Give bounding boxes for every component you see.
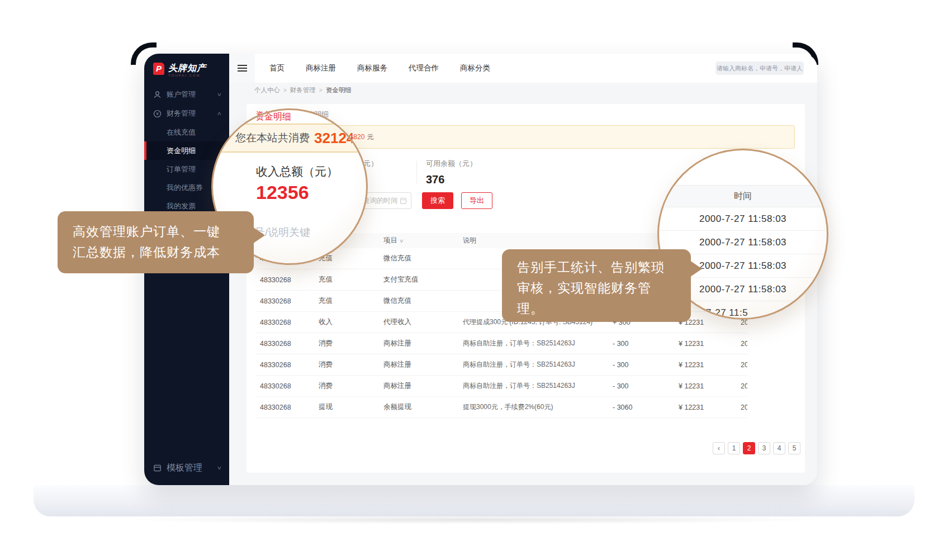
nav-tabs: 首页商标注册商标服务代理合作商标分类 <box>269 63 490 73</box>
cell-type: 充值 <box>319 275 383 284</box>
cell-time: 2000-7-27 11:58:03 <box>719 404 747 411</box>
breadcrumb-separator: > <box>283 87 287 93</box>
cell-amount: - 3060 <box>607 404 658 411</box>
sidebar-item-label: 模板管理 <box>167 462 212 474</box>
trademark-search-input[interactable]: 请输入商标名，申请号，申请人 <box>715 61 804 75</box>
cell-project: 商标注册 <box>383 339 463 348</box>
cell-project: 代理收入 <box>383 317 463 327</box>
cell-amount: - 300 <box>607 361 658 369</box>
brand-logo-icon: P <box>153 63 164 75</box>
brand-logo: P 头牌知产 TOUPAI.COM <box>144 54 229 77</box>
cell-balance: ¥ 12231 <box>658 361 719 369</box>
chevron-up-icon: ∧ <box>217 111 222 116</box>
cell-order: 48330268 <box>256 319 319 326</box>
chevron-down-icon: ∨ <box>399 238 404 244</box>
user-icon <box>153 91 162 99</box>
callout-arrow-icon <box>690 260 702 277</box>
pagination-page-3[interactable]: 3 <box>758 442 770 454</box>
pagination-page-1[interactable]: 1 <box>728 442 740 454</box>
cell-type: 消费 <box>319 360 383 369</box>
sidebar-item-account[interactable]: 账户管理 ∨ <box>144 85 229 104</box>
cell-desc: 提现3000元，手续费2%(60元) <box>463 402 607 412</box>
banner-amount-small: 820 <box>353 133 364 141</box>
sidebar-item-template[interactable]: 模板管理 ∨ <box>144 458 229 477</box>
cell-balance: ¥ 12231 <box>658 382 719 390</box>
cell-project: 微信充值 <box>383 296 463 306</box>
table-row: 48330268消费商标注册商标自助注册，订单号：SB2514263J- 300… <box>256 376 747 397</box>
stat-value: 376 <box>426 173 477 186</box>
cell-order: 48330268 <box>256 276 319 284</box>
header-project[interactable]: 项目∨ <box>383 236 463 245</box>
cell-time: 2000-7-27 11:58:03 <box>719 361 747 369</box>
cell-order: 48330268 <box>256 404 319 411</box>
pagination-page-4[interactable]: 4 <box>773 442 785 454</box>
callout-line: 汇总数据，降低财务成本 <box>73 242 254 263</box>
card-tabs: 资金明细 充值明细 <box>247 104 805 121</box>
table-row: 48330268提现余额提现提现3000元，手续费2%(60元)- 3060¥ … <box>256 397 747 418</box>
brand-name: 头牌知产 <box>168 63 206 74</box>
cell-order: 48330268 <box>256 361 319 369</box>
nav-tab-首页[interactable]: 首页 <box>269 63 285 73</box>
sidebar-item-label: 财务管理 <box>167 108 212 118</box>
breadcrumb-item[interactable]: 资金明细 <box>326 86 352 94</box>
cell-type: 收入 <box>319 317 383 327</box>
cell-type: 消费 <box>319 381 383 391</box>
finance-icon: ¥ <box>153 110 162 118</box>
pagination: ‹12345 <box>713 442 800 454</box>
pagination-prev-button[interactable]: ‹ <box>713 442 725 454</box>
cell-project: 商标注册 <box>383 360 463 369</box>
sidebar-item-在线充值[interactable]: 在线充值 <box>144 123 229 141</box>
stat-balance: 可用余额（元） 376 <box>426 159 477 186</box>
cell-type: 充值 <box>319 296 383 306</box>
sidebar-item-finance[interactable]: ¥ 财务管理 ∧ <box>144 104 229 123</box>
callout-line: 审核，实现智能财务管 <box>517 278 691 298</box>
export-button[interactable]: 导出 <box>461 192 492 209</box>
callout-line: 高效管理账户订单、一键 <box>73 221 254 242</box>
calendar-icon <box>400 198 406 204</box>
hamburger-icon <box>238 63 247 73</box>
lens-income-value: 12356 <box>256 182 309 203</box>
hamburger-button[interactable] <box>229 54 255 83</box>
nav-tab-商标分类[interactable]: 商标分类 <box>460 63 490 73</box>
breadcrumb-item[interactable]: 个人中心 <box>254 86 280 94</box>
cell-type: 消费 <box>319 339 383 348</box>
nav-tab-商标注册[interactable]: 商标注册 <box>306 63 336 73</box>
chevron-down-icon: ∨ <box>217 465 222 471</box>
page: P 头牌知产 TOUPAI.COM 账户管理 ∨ <box>0 0 948 560</box>
callout-line: 理。 <box>517 298 691 319</box>
cell-amount: - 300 <box>607 340 658 348</box>
cell-balance: ¥ 12231 <box>658 404 719 411</box>
pagination-page-5[interactable]: 5 <box>788 442 800 454</box>
svg-text:¥: ¥ <box>156 111 159 116</box>
table-row: 48330268消费商标注册商标自助注册，订单号：SB2514263J- 300… <box>256 354 747 376</box>
brand-tagline: TOUPAI.COM <box>168 74 206 77</box>
lens-banner-text: 您在本站共消费 <box>235 131 310 145</box>
top-nav: 首页商标注册商标服务代理合作商标分类 请输入商标名，申请号，申请人 <box>229 54 817 83</box>
header-desc: 说明 <box>463 236 607 245</box>
cell-balance: ¥ 12231 <box>658 340 719 348</box>
template-icon <box>153 464 162 472</box>
cell-project: 余额提现 <box>383 402 463 412</box>
lens-income-label: 收入总额（元） <box>256 164 338 179</box>
cell-type: 提现 <box>319 402 383 412</box>
cell-project: 支付宝充值 <box>383 275 463 284</box>
divider <box>416 161 417 183</box>
nav-tab-代理合作[interactable]: 代理合作 <box>409 63 439 73</box>
cell-desc: 商标自助注册，订单号：SB2514263J <box>463 360 607 369</box>
cell-order: 48330268 <box>256 340 319 348</box>
pagination-page-2[interactable]: 2 <box>743 442 755 454</box>
nav-tab-商标服务[interactable]: 商标服务 <box>357 63 387 73</box>
table-row: 48330268消费商标注册商标自助注册，订单号：SB2514263J- 300… <box>256 333 747 354</box>
stat-label: 可用余额（元） <box>426 159 477 169</box>
banner-unit: 元 <box>367 132 373 142</box>
cell-order: 48330268 <box>256 297 319 305</box>
callout-right: 告别手工统计、告别繁琐 审核，实现智能财务管 理。 <box>502 249 691 322</box>
breadcrumb-separator: > <box>319 87 323 93</box>
search-button[interactable]: 搜索 <box>422 192 453 209</box>
sidebar-item-label: 账户管理 <box>167 89 212 99</box>
cell-type: 充值 <box>319 254 383 263</box>
breadcrumb-item[interactable]: 财务管理 <box>290 86 316 94</box>
laptop-base <box>34 485 914 516</box>
cell-amount: - 300 <box>607 382 658 390</box>
cell-desc: 商标自助注册，订单号：SB2514263J <box>463 339 607 348</box>
